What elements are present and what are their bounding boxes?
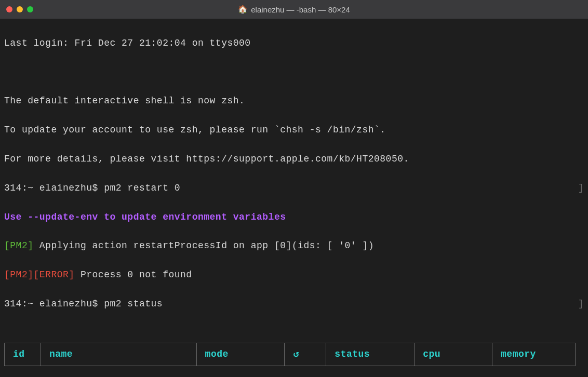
pm2-env-hint: Use --update-env to update environment v… <box>4 210 584 225</box>
th-reload: ↺ <box>285 343 326 366</box>
zsh-notice-line-3: For more details, please visit https://s… <box>4 152 584 167</box>
th-status: status <box>326 343 415 366</box>
maximize-window-button[interactable] <box>27 6 33 12</box>
blank-line <box>4 65 584 80</box>
pm2-action-line: [PM2] Applying action restartProcessId o… <box>4 239 584 253</box>
pm2-error-line: [PM2][ERROR] Process 0 not found <box>4 268 584 282</box>
prompt-line-2: 314:~ elainezhu$ pm2 status] <box>4 297 584 312</box>
prompt-1-text: 314:~ elainezhu$ pm2 restart 0 <box>4 181 180 196</box>
home-icon: 🏠 <box>238 5 248 14</box>
table-header-row: id name mode ↺ status cpu memory <box>5 343 576 366</box>
th-id: id <box>5 343 41 366</box>
th-cpu: cpu <box>415 343 492 366</box>
zsh-notice-line-1: The default interactive shell is now zsh… <box>4 94 584 109</box>
prompt-2-text: 314:~ elainezhu$ pm2 status <box>4 297 163 312</box>
window-title: 🏠 elainezhu — -bash — 80×24 <box>0 5 588 14</box>
window-title-text: elainezhu — -bash — 80×24 <box>251 5 350 14</box>
last-login-line: Last login: Fri Dec 27 21:02:04 on ttys0… <box>4 36 584 51</box>
prompt-1-right-bracket: ] <box>578 181 584 196</box>
zsh-notice-line-2: To update your account to use zsh, pleas… <box>4 123 584 138</box>
prompt-line-1: 314:~ elainezhu$ pm2 restart 0] <box>4 181 584 196</box>
pm2-prefix: [PM2] <box>4 240 34 251</box>
traffic-lights <box>6 6 33 12</box>
th-name: name <box>41 343 196 366</box>
minimize-window-button[interactable] <box>17 6 23 12</box>
pm2-error-text: Process 0 not found <box>75 270 192 280</box>
window-titlebar[interactable]: 🏠 elainezhu — -bash — 80×24 <box>0 0 588 19</box>
pm2-status-table: id name mode ↺ status cpu memory <box>4 343 576 367</box>
th-mode: mode <box>196 343 285 366</box>
pm2-action-text: Applying action restartProcessId on app … <box>34 240 375 251</box>
prompt-2-right-bracket: ] <box>578 297 584 312</box>
th-memory: memory <box>492 343 576 366</box>
close-window-button[interactable] <box>6 6 12 12</box>
terminal-body[interactable]: Last login: Fri Dec 27 21:02:04 on ttys0… <box>0 19 588 377</box>
pm2-error-prefix: [PM2][ERROR] <box>4 270 75 280</box>
